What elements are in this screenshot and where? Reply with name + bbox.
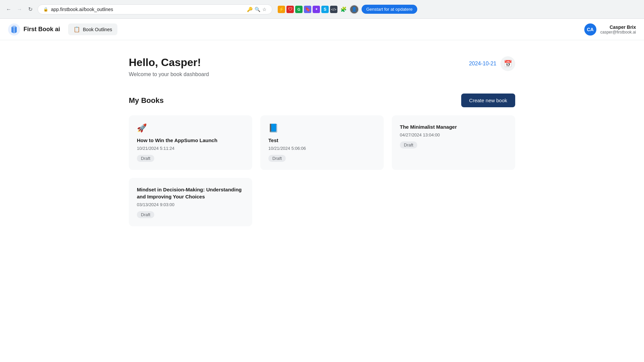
user-info: Casper Brix casper@firstbook.ai xyxy=(600,24,636,35)
book-date: 03/13/2024 9:03:00 xyxy=(137,202,244,207)
book-title: Test xyxy=(268,137,376,144)
address-bar-actions: 🔑 🔍 ☆ xyxy=(247,7,267,12)
book-title: The Minimalist Manager xyxy=(400,123,507,130)
shield-ext[interactable]: 🛡 xyxy=(286,6,294,13)
greeting-section: Hello, Casper! Welcome to your book dash… xyxy=(129,56,515,77)
address-bar[interactable]: 🔒 app.firstbook.ai/book_outlines 🔑 🔍 ☆ xyxy=(38,4,272,14)
lock-icon: 🔒 xyxy=(43,7,48,12)
book-date: 10/21/2024 5:06:06 xyxy=(268,146,376,151)
date-display: 2024-10-21 xyxy=(469,61,496,67)
app-header: First Book ai 📋 Book Outlines CA Casper … xyxy=(0,19,644,40)
book-title: Mindset in Decision-Making: Understandin… xyxy=(137,186,244,200)
bookmark-ext[interactable]: 🔖 xyxy=(304,6,311,13)
browser-chrome: ← → ↻ 🔒 app.firstbook.ai/book_outlines 🔑… xyxy=(0,0,644,19)
search-icon: 🔍 xyxy=(255,7,260,12)
logo[interactable]: First Book ai xyxy=(8,23,60,36)
update-button[interactable]: Genstart for at opdatere xyxy=(362,5,417,14)
book-title: How to Win the AppSumo Launch xyxy=(137,137,244,144)
browser-nav-buttons: ← → ↻ xyxy=(4,5,35,14)
browser-extensions: ⚡ 🛡 G 🔖 ✦ S </> 🧩 👤 xyxy=(278,5,359,14)
back-button[interactable]: ← xyxy=(4,5,13,14)
book-outlines-icon: 📋 xyxy=(73,26,80,33)
grammarly-ext[interactable]: G xyxy=(295,6,303,13)
book-badge: Draft xyxy=(268,155,286,162)
s-ext[interactable]: S xyxy=(321,6,329,13)
user-avatar: CA xyxy=(584,23,596,36)
book-badge: Draft xyxy=(400,141,417,148)
reload-button[interactable]: ↻ xyxy=(25,5,35,14)
lightning-ext[interactable]: ⚡ xyxy=(278,6,285,13)
create-book-button[interactable]: Create new book xyxy=(461,94,515,107)
main-content: Hello, Casper! Welcome to your book dash… xyxy=(121,40,523,242)
greeting-heading: Hello, Casper! xyxy=(129,56,209,69)
book-date: 04/27/2024 13:04:00 xyxy=(400,132,507,137)
user-name: Casper Brix xyxy=(600,24,636,30)
user-email: casper@firstbook.ai xyxy=(600,30,636,35)
extensions-btn[interactable]: 🧩 xyxy=(339,5,348,14)
books-grid: 🚀 How to Win the AppSumo Launch 10/21/20… xyxy=(129,115,515,226)
books-header: My Books Create new book xyxy=(129,94,515,107)
calendar-button[interactable]: 📅 xyxy=(500,56,515,71)
book-date: 10/21/2024 5:11:24 xyxy=(137,146,244,151)
book-badge: Draft xyxy=(137,211,154,218)
date-section: 2024-10-21 📅 xyxy=(469,56,515,71)
book-emoji: 🚀 xyxy=(137,123,244,133)
logo-icon xyxy=(8,23,20,36)
greeting-text: Hello, Casper! Welcome to your book dash… xyxy=(129,56,209,77)
chrome-profile-btn[interactable]: 👤 xyxy=(350,5,359,14)
calendar-icon: 📅 xyxy=(504,60,512,68)
key-icon: 🔑 xyxy=(247,7,253,12)
book-outlines-label: Book Outlines xyxy=(83,27,112,32)
forward-button[interactable]: → xyxy=(15,5,24,14)
books-section-title: My Books xyxy=(129,96,164,105)
bookmark-icon: ☆ xyxy=(262,7,267,12)
ai-ext[interactable]: ✦ xyxy=(313,6,320,13)
book-outlines-nav[interactable]: 📋 Book Outlines xyxy=(68,23,117,35)
url-text: app.firstbook.ai/book_outlines xyxy=(51,7,244,12)
logo-text: First Book ai xyxy=(23,26,60,33)
book-card[interactable]: 📘 Test 10/21/2024 5:06:06 Draft xyxy=(260,115,384,170)
book-emoji: 📘 xyxy=(268,123,376,133)
book-card[interactable]: Mindset in Decision-Making: Understandin… xyxy=(129,178,252,226)
book-badge: Draft xyxy=(137,155,154,162)
header-right: CA Casper Brix casper@firstbook.ai xyxy=(584,23,636,36)
book-card[interactable]: 🚀 How to Win the AppSumo Launch 10/21/20… xyxy=(129,115,252,170)
book-card[interactable]: The Minimalist Manager 04/27/2024 13:04:… xyxy=(392,115,515,170)
greeting-subtitle: Welcome to your book dashboard xyxy=(129,71,209,77)
code-ext[interactable]: </> xyxy=(330,6,337,13)
